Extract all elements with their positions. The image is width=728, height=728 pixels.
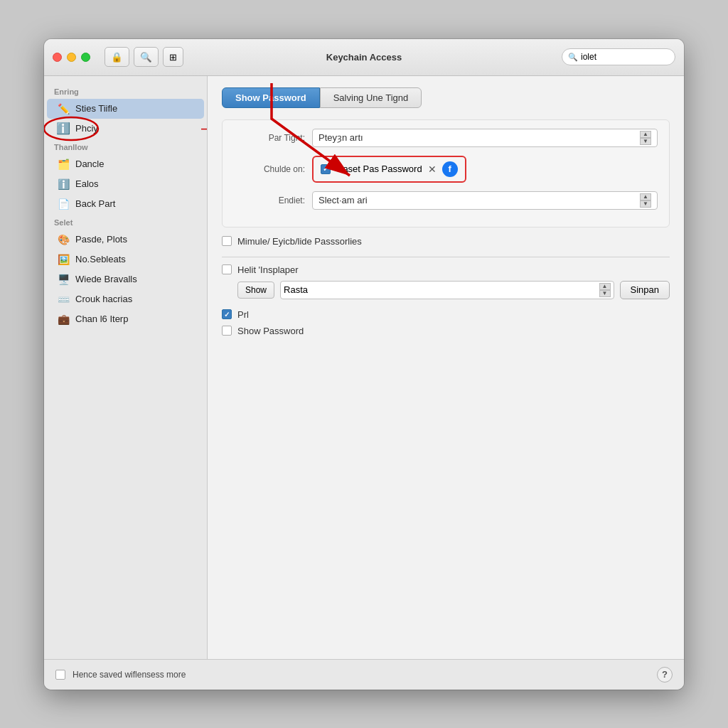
image-icon: 🖼️ — [57, 253, 70, 266]
grid-button[interactable]: ⊞ — [163, 47, 183, 67]
sidebar-label-phciy: Phciy — [75, 123, 98, 134]
sidebar-item-chan[interactable]: 💼 Chan l6 Iterp — [47, 309, 204, 329]
lock-icon: 🔒 — [111, 52, 123, 63]
stepper-up2[interactable]: ▲ — [640, 193, 651, 200]
search-magnify-icon: 🔍 — [568, 53, 578, 62]
stepper-up3[interactable]: ▲ — [599, 283, 611, 290]
sinpan-button[interactable]: Sinpan — [620, 281, 670, 299]
stepper-down[interactable]: ▼ — [640, 138, 651, 145]
sidebar: Enring ✏️ Sties Tiifle ℹ️ Phciy — Thanll… — [44, 76, 208, 659]
lock-button[interactable]: 🔒 — [105, 47, 129, 67]
sidebar-label-chan: Chan l6 Iterp — [75, 314, 128, 324]
rasta-input[interactable]: Rasta ▲ ▼ — [280, 281, 614, 299]
sidebar-item-pasde[interactable]: 🎨 Pasde, Plots — [47, 230, 204, 250]
caset-pas-checkbox[interactable] — [321, 164, 331, 174]
tabs: Show Password Salving Une Tignd — [222, 87, 670, 108]
show-password-row: Show Password — [222, 326, 670, 336]
divider1 — [222, 257, 670, 257]
par-tignt-stepper[interactable]: ▲ ▼ — [640, 131, 651, 145]
sidebar-section-enring: Enring — [44, 83, 207, 99]
rasta-stepper[interactable]: ▲ ▼ — [599, 283, 611, 297]
endiet-row: Endiet: Slect·am ari ▲ ▼ — [234, 191, 658, 210]
info-icon: ℹ️ — [57, 122, 70, 135]
doc-icon: 📄 — [57, 198, 70, 210]
sidebar-label-sties: Sties Tiifle — [75, 103, 117, 114]
caset-pas-label: Caset Pas Password — [336, 164, 422, 174]
bottom-label: Hence saved wiflensess more — [73, 670, 650, 680]
endiet-stepper[interactable]: ▲ ▼ — [640, 193, 651, 208]
par-tignt-input[interactable]: Pteyȝn artı ▲ ▼ — [312, 129, 658, 147]
highlighted-checkbox-row: Caset Pas Password ✕ f — [312, 156, 466, 183]
tab-salving[interactable]: Salving Une Tignd — [320, 87, 422, 108]
pen-icon: ✏️ — [57, 102, 70, 115]
sidebar-label-wiede: Wiede Bravalls — [75, 274, 137, 284]
stepper-up[interactable]: ▲ — [640, 131, 651, 138]
sidebar-label-dancle: Dancle — [75, 159, 104, 169]
minimize-button[interactable] — [67, 53, 76, 62]
sidebar-label-back-part: Back Part — [75, 198, 115, 209]
bottom-bar: Hence saved wiflensess more ? — [44, 659, 684, 690]
show-password-label: Show Password — [237, 326, 304, 336]
par-tignt-label: Par Tignt: — [234, 133, 305, 143]
sidebar-item-phciy[interactable]: ℹ️ Phciy — — [47, 119, 204, 139]
sidebar-item-ealos[interactable]: ℹ️ Ealos — [47, 174, 204, 194]
sidebar-section-thanllow: Thanllow — [44, 139, 207, 154]
chulde-on-row: Chulde on: Caset Pas Password ✕ f — [234, 156, 658, 183]
maximize-button[interactable] — [81, 53, 90, 62]
show-button[interactable]: Show — [237, 282, 274, 299]
grid-icon: ⊞ — [169, 52, 177, 63]
chulde-on-label: Chulde on: — [234, 164, 305, 174]
sidebar-item-dancle[interactable]: 🗂️ Dancle — [47, 154, 204, 174]
window-title: Keychain Access — [326, 52, 402, 63]
sidebar-section-selet: Selet — [44, 214, 207, 230]
search-box[interactable]: 🔍 — [562, 48, 675, 65]
paint-icon: 🎨 — [57, 233, 70, 246]
sidebar-item-crouk[interactable]: ⌨️ Crouk hacrias — [47, 289, 204, 309]
help-button[interactable]: ? — [657, 667, 673, 682]
monitor-icon: 🖥️ — [57, 273, 70, 286]
sidebar-label-ealos: Ealos — [75, 178, 99, 189]
rasta-value: Rasta — [284, 284, 596, 295]
helit-checkbox[interactable] — [222, 264, 232, 274]
titlebar: 🔒 🔍 ⊞ Keychain Access 🔍 — [44, 39, 684, 76]
sidebar-label-crouk: Crouk hacrias — [75, 294, 132, 304]
prl-label: Prl — [237, 309, 249, 320]
prl-row: Prl — [222, 309, 670, 320]
keyboard-icon: ⌨️ — [57, 293, 70, 306]
form-section: Par Tignt: Pteyȝn artı ▲ ▼ Chulde on: — [222, 119, 670, 228]
stepper-down3[interactable]: ▼ — [599, 290, 611, 297]
endiet-value: Slect·am ari — [318, 195, 637, 205]
mimule-checkbox[interactable] — [222, 236, 232, 246]
tab-show-password[interactable]: Show Password — [222, 87, 320, 108]
search-icon: 🔍 — [140, 52, 152, 63]
main-content: Enring ✏️ Sties Tiifle ℹ️ Phciy — Thanll… — [44, 76, 684, 659]
helit-row: Helit 'Insplaper — [222, 264, 670, 275]
sidebar-item-sties-tiifle[interactable]: ✏️ Sties Tiifle — [47, 99, 204, 119]
search-input[interactable] — [581, 52, 669, 62]
sidebar-item-nosebleats[interactable]: 🖼️ No.Sebleats — [47, 250, 204, 269]
show-rasta-row: Show Rasta ▲ ▼ Sinpan — [237, 281, 670, 299]
toolbar: 🔒 🔍 ⊞ — [105, 47, 183, 67]
folder-icon: 🗂️ — [57, 158, 70, 171]
sidebar-item-back-part[interactable]: 📄 Back Part — [47, 194, 204, 214]
helit-label: Helit 'Insplaper — [237, 264, 299, 275]
content-panel: Show Password Salving Une Tignd Par Tign… — [208, 76, 684, 659]
close-button[interactable] — [53, 53, 62, 62]
prl-checkbox[interactable] — [222, 309, 232, 319]
facebook-badge[interactable]: f — [442, 161, 458, 177]
traffic-lights — [53, 53, 90, 62]
show-password-checkbox[interactable] — [222, 326, 232, 336]
bottom-checkbox[interactable] — [55, 670, 65, 680]
briefcase-icon: 💼 — [57, 313, 70, 326]
info2-icon: ℹ️ — [57, 178, 70, 191]
stepper-down2[interactable]: ▼ — [640, 200, 651, 208]
sidebar-item-wiede[interactable]: 🖥️ Wiede Bravalls — [47, 269, 204, 289]
close-badge[interactable]: ✕ — [428, 164, 437, 175]
par-tignt-value: Pteyȝn artı — [318, 132, 637, 143]
endiet-label: Endiet: — [234, 196, 305, 205]
par-tignt-row: Par Tignt: Pteyȝn artı ▲ ▼ — [234, 129, 658, 147]
search-button[interactable]: 🔍 — [134, 47, 159, 67]
mimule-label: Mimule/ Eyicb/lide Passsorlies — [237, 236, 362, 247]
endiet-input[interactable]: Slect·am ari ▲ ▼ — [312, 191, 658, 210]
dash-annotation: — — [201, 123, 208, 134]
